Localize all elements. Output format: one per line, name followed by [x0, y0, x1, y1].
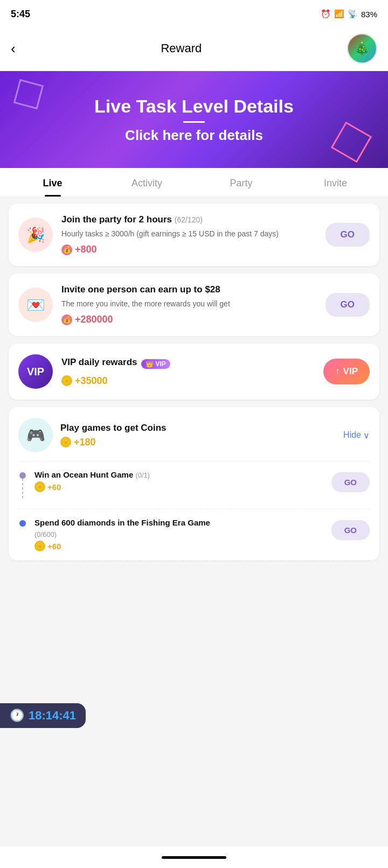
vip-title-row: VIP daily rewards 👑 VIP [61, 357, 315, 371]
alarm-icon: ⏰ [321, 9, 331, 19]
clock-icon: 🕐 [10, 709, 24, 723]
tab-live[interactable]: Live [5, 168, 100, 197]
coin-pink-invite-icon: 💰 [61, 314, 72, 325]
status-bar: 5:45 ⏰ 📶 📡 83% [0, 0, 388, 27]
games-text: Play games to get Coins ● +180 [60, 423, 167, 448]
timer-overlay: 🕐 18:14:41 [0, 703, 86, 728]
subtask-body-2: Spend 600 diamonds in the Fishing Era Ga… [34, 518, 324, 551]
subtask-reward-2: ● +60 [34, 541, 324, 551]
games-title: Play games to get Coins [60, 423, 167, 433]
coin-gold-games-icon: ● [60, 437, 71, 447]
avatar[interactable]: 🎄 [347, 33, 377, 64]
games-header: 🎮 Play games to get Coins ● +180 Hide ∨ [18, 418, 370, 452]
wifi-icon: 📶 [334, 9, 344, 19]
invite-body: Invite one person can earn up to $28 The… [61, 284, 317, 325]
subtask-title-2: Spend 600 diamonds in the Fishing Era Ga… [34, 518, 324, 527]
banner[interactable]: Live Task Level Details Click here for d… [0, 71, 388, 168]
subtask-list: Win an Ocean Hunt Game (0/1) ● +60 GO [18, 461, 370, 561]
subtask-dot-1 [19, 472, 26, 479]
games-card: 🎮 Play games to get Coins ● +180 Hide ∨ [9, 407, 379, 561]
vip-crown-icon: 👑 [146, 360, 154, 368]
subtask-item: Win an Ocean Hunt Game (0/1) ● +60 GO [18, 461, 370, 509]
tab-activity[interactable]: Activity [100, 168, 194, 197]
tab-party[interactable]: Party [194, 168, 288, 197]
vip-btn-label: VIP [343, 366, 358, 377]
subtask-dot-line-2 [18, 518, 27, 527]
subtask-dot-line-1 [18, 470, 27, 500]
subtask-item-2: Spend 600 diamonds in the Fishing Era Ga… [18, 509, 370, 561]
games-icon: 🎮 [18, 418, 53, 452]
invite-card: 💌 Invite one person can earn up to $28 T… [9, 274, 379, 336]
join-party-go-button[interactable]: GO [325, 223, 370, 247]
status-icons: ⏰ 📶 📡 83% [321, 9, 377, 19]
status-time: 5:45 [11, 9, 30, 20]
subtask-reward-1: ● +60 [34, 481, 324, 492]
back-button[interactable]: ‹ [11, 41, 16, 55]
vip-text-block: VIP daily rewards 👑 VIP ● +35000 [61, 357, 315, 387]
subtask-body-1: Win an Ocean Hunt Game (0/1) ● +60 [34, 470, 324, 492]
vip-card: VIP VIP daily rewards 👑 VIP ● +35000 [9, 344, 379, 400]
coin-gold-sub2-icon: ● [34, 541, 45, 551]
banner-divider [183, 121, 205, 123]
join-party-desc: Hourly tasks ≥ 3000/h (gift earnings ≥ 1… [61, 228, 317, 240]
battery-label: 83% [361, 10, 377, 19]
subtask-line-1 [22, 479, 23, 500]
vip-title: VIP daily rewards [61, 357, 137, 368]
coin-gold-sub1-icon: ● [34, 481, 45, 492]
vip-reward: ● +35000 [61, 375, 315, 387]
subtask-go-button-1[interactable]: GO [331, 472, 370, 492]
signal-icon: 📡 [348, 9, 358, 19]
chevron-down-icon: ∨ [363, 430, 370, 440]
vip-button[interactable]: ↑ VIP [323, 359, 370, 384]
subtask-go-button-2[interactable]: GO [331, 520, 370, 540]
games-reward: ● +180 [60, 437, 167, 448]
hide-button[interactable]: Hide ∨ [343, 430, 370, 440]
invite-reward: 💰 +280000 [61, 314, 317, 325]
page-title: Reward [161, 41, 202, 55]
join-party-icon: 🎉 [18, 218, 53, 252]
tab-invite[interactable]: Invite [288, 168, 383, 197]
banner-title-line1: Live Task Level Details [94, 95, 294, 117]
invite-desc: The more you invite, the more rewards yo… [61, 298, 317, 310]
invite-icon: 💌 [18, 288, 53, 322]
vip-btn-arrow-icon: ↑ [335, 366, 340, 377]
join-party-body: Join the party for 2 hours (62/120) Hour… [61, 214, 317, 255]
join-party-card: 🎉 Join the party for 2 hours (62/120) Ho… [9, 204, 379, 266]
vip-badge-icon: VIP [18, 354, 53, 389]
join-party-title: Join the party for 2 hours (62/120) [61, 214, 317, 225]
invite-go-button[interactable]: GO [325, 293, 370, 317]
vip-label-badge: 👑 VIP [141, 359, 170, 369]
timer-label: 18:14:41 [29, 709, 76, 723]
subtask-count-2: (0/600) [34, 529, 324, 538]
join-party-reward: 💰 +800 [61, 244, 317, 255]
coin-pink-icon: 💰 [61, 244, 72, 255]
header: ‹ Reward 🎄 [0, 27, 388, 71]
tab-bar: Live Activity Party Invite [0, 168, 388, 197]
coin-gold-vip-icon: ● [61, 375, 72, 386]
banner-subtitle: Click here for details [125, 127, 263, 144]
main-content: 🎉 Join the party for 2 hours (62/120) Ho… [0, 197, 388, 607]
subtask-dot-2 [19, 520, 26, 527]
games-left: 🎮 Play games to get Coins ● +180 [18, 418, 167, 452]
bottom-bar [0, 846, 388, 868]
subtask-title-1: Win an Ocean Hunt Game (0/1) [34, 470, 324, 479]
home-indicator [162, 856, 226, 859]
invite-title: Invite one person can earn up to $28 [61, 284, 317, 295]
